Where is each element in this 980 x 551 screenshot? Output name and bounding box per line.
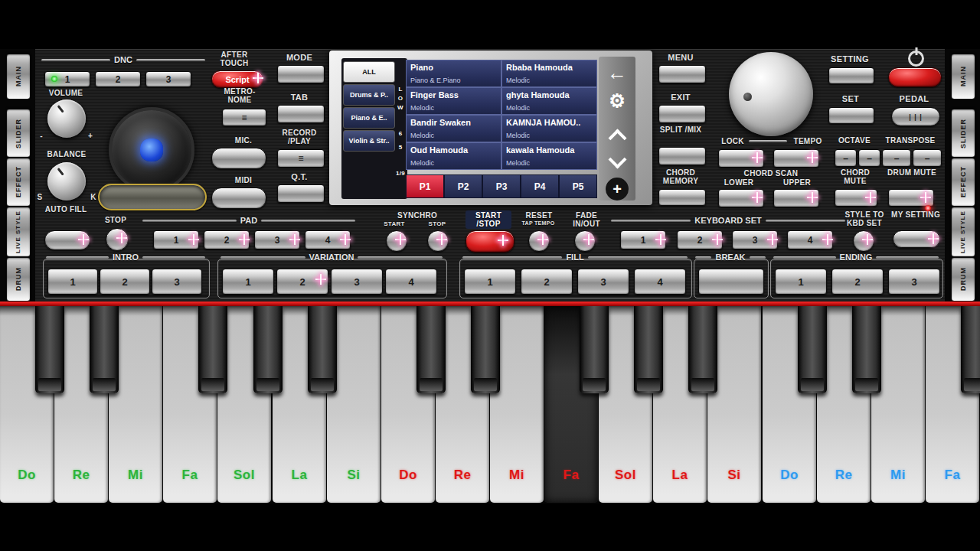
tab-drum-left[interactable]: DRUM <box>6 257 31 302</box>
start-stop-button[interactable] <box>466 230 514 253</box>
chevron-down-icon[interactable] <box>608 150 626 168</box>
ending-button-1[interactable]: 1 <box>775 269 827 295</box>
tempo-knob[interactable] <box>729 52 813 136</box>
black-key[interactable] <box>90 306 119 393</box>
fill-button-1[interactable]: 1 <box>464 269 516 295</box>
metronome-button[interactable]: ≡ <box>222 109 266 126</box>
dnc-button-3[interactable]: 3 <box>145 71 191 87</box>
set-button[interactable] <box>828 107 874 124</box>
list-item[interactable]: KAMNJA HAMOU.. Melodic <box>501 115 597 142</box>
fade-button[interactable] <box>574 230 596 252</box>
octave-down-button[interactable]: – <box>835 149 857 167</box>
browser-tab-all[interactable]: ALL <box>343 61 395 83</box>
variation-button-4[interactable]: 4 <box>385 269 437 295</box>
tab-slider-right[interactable]: SLIDER <box>951 109 975 158</box>
pad-button-2[interactable]: 2 <box>204 230 250 249</box>
tab-live-style-left[interactable]: LIVE STYLE <box>6 207 31 257</box>
qt-button[interactable] <box>277 184 325 203</box>
black-key[interactable] <box>634 306 663 393</box>
fill-button-2[interactable]: 2 <box>521 269 573 295</box>
black-key[interactable] <box>35 306 64 393</box>
style-to-kbd-button[interactable] <box>853 230 874 252</box>
auto-fill-button[interactable] <box>44 230 90 250</box>
pitch-ribbon[interactable] <box>98 184 207 210</box>
page-button-p3[interactable]: P3 <box>482 174 521 198</box>
chord-memory-button[interactable] <box>658 189 706 206</box>
black-key[interactable] <box>416 306 446 393</box>
page-button-p1[interactable]: P1 <box>406 174 444 198</box>
tab-effect-right[interactable]: EFFECT <box>951 158 975 207</box>
my-setting-button[interactable] <box>893 230 940 248</box>
record-play-button[interactable]: ≡ <box>277 149 325 168</box>
power-button[interactable] <box>888 67 942 87</box>
octave-up-button[interactable]: – <box>858 149 880 167</box>
exit-button[interactable] <box>658 105 706 123</box>
tab-main-right[interactable]: MAIN <box>951 54 975 99</box>
black-key[interactable] <box>798 306 827 393</box>
fill-button-3[interactable]: 3 <box>577 269 629 295</box>
variation-button-1[interactable]: 1 <box>222 269 274 295</box>
balance-knob[interactable] <box>47 162 86 201</box>
ending-button-2[interactable]: 2 <box>831 269 884 295</box>
tab-effect-left[interactable]: EFFECT <box>6 158 31 207</box>
ending-button-3[interactable]: 3 <box>888 269 940 295</box>
intro-button-3[interactable]: 3 <box>152 269 202 295</box>
browser-tab-violin[interactable]: Violin & Str.. <box>343 130 395 152</box>
synchro-stop-button[interactable] <box>427 230 449 252</box>
pedal-button[interactable]: | | | <box>891 107 940 126</box>
script-button[interactable]: Script <box>211 70 263 88</box>
list-item[interactable]: Rbaba Hamouda Melodic <box>501 60 597 87</box>
page-button-p4[interactable]: P4 <box>521 174 559 198</box>
list-item[interactable]: Oud Hamouda Melodic <box>406 142 501 170</box>
break-button[interactable] <box>698 269 764 295</box>
list-item[interactable]: Finger Bass Melodic <box>406 87 501 115</box>
black-key[interactable] <box>688 306 717 393</box>
chord-scan-upper-light-button[interactable] <box>773 149 819 168</box>
tab-drum-right[interactable]: DRUM <box>951 257 975 302</box>
transpose-down-button[interactable]: – <box>882 149 911 167</box>
menu-button[interactable] <box>658 65 706 83</box>
chord-scan-lower-button[interactable] <box>718 189 764 207</box>
setting-button[interactable] <box>828 67 874 84</box>
volume-knob[interactable] <box>47 99 86 138</box>
tab-button[interactable] <box>277 105 325 123</box>
tab-main-left[interactable]: MAIN <box>6 54 31 99</box>
page-button-p5[interactable]: P5 <box>559 174 597 198</box>
mic-button[interactable] <box>211 148 266 169</box>
transpose-up-button[interactable]: – <box>913 149 942 167</box>
tab-live-style-right[interactable]: LIVE STYLE <box>951 207 975 257</box>
tab-slider-left[interactable]: SLIDER <box>6 109 31 158</box>
pad-button-3[interactable]: 3 <box>254 230 300 249</box>
chord-scan-lower-light-button[interactable] <box>718 149 764 168</box>
list-item[interactable]: ghyta Hamouda Melodic <box>501 87 597 115</box>
fill-button-4[interactable]: 4 <box>634 269 686 295</box>
black-key[interactable] <box>471 306 500 393</box>
list-item[interactable]: kawala Hamouda Melodic <box>501 142 597 170</box>
mode-button[interactable] <box>277 65 325 83</box>
page-button-p2[interactable]: P2 <box>444 174 482 198</box>
black-key[interactable] <box>198 306 227 393</box>
keyboard-set-button-4[interactable]: 4 <box>787 230 833 249</box>
reset-tap-tempo-button[interactable] <box>528 230 550 252</box>
chevron-up-icon[interactable] <box>608 129 626 147</box>
joystick[interactable] <box>109 107 194 193</box>
browser-tab-piano[interactable]: Piano & E.. <box>343 107 395 129</box>
keyboard-set-button-2[interactable]: 2 <box>677 230 723 249</box>
pad-button-1[interactable]: 1 <box>153 230 199 249</box>
keyboard-set-button-3[interactable]: 3 <box>732 230 778 249</box>
midi-button[interactable] <box>211 187 266 209</box>
synchro-start-button[interactable] <box>386 230 407 252</box>
black-key[interactable] <box>253 306 283 393</box>
dnc-button-2[interactable]: 2 <box>95 71 141 87</box>
list-item[interactable]: Piano Piano & E.Piano <box>406 60 501 87</box>
drum-mute-button[interactable] <box>888 189 934 207</box>
back-icon[interactable]: ← <box>599 61 635 85</box>
chord-scan-upper-button[interactable] <box>773 189 819 207</box>
black-key[interactable] <box>961 306 980 393</box>
gear-icon[interactable]: ⚙ <box>599 90 635 112</box>
browser-tab-drums[interactable]: Drums & P.. <box>343 84 395 106</box>
variation-button-2[interactable]: 2 <box>276 269 328 295</box>
black-key[interactable] <box>852 306 881 393</box>
stop-button[interactable] <box>106 228 129 251</box>
intro-button-1[interactable]: 1 <box>47 269 98 295</box>
